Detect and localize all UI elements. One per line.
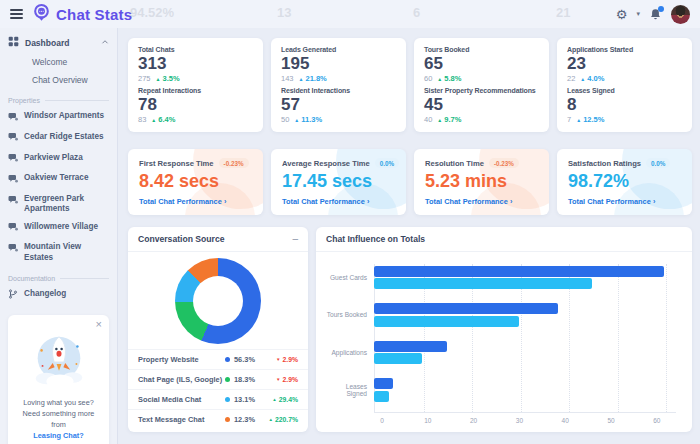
chevron-right-icon: › [510, 197, 512, 206]
sidebar-item-property[interactable]: Evergreen Park Apartments [8, 194, 109, 215]
user-avatar[interactable] [671, 5, 690, 24]
section-divider [60, 278, 109, 279]
bar-series-2[interactable] [374, 316, 519, 327]
trend-percent: 11.3% [301, 115, 322, 124]
kpi-card: First Response Time -0.23% 8.42 secs Tot… [128, 149, 263, 215]
legend-trend: ▲ 220.7% [262, 416, 298, 423]
legend-row[interactable]: Property Website 56.3% ▼ 2.9% [128, 349, 308, 369]
total-chat-performance-link[interactable]: Total Chat Performance › [425, 197, 538, 206]
bar-series-1[interactable] [374, 378, 393, 389]
legend-row[interactable]: Chat Page (ILS, Google) 18.3% ▼ 2.9% [128, 369, 308, 389]
notification-dot [658, 6, 664, 12]
sidebar: Dashboard Welcome Chat Overview Properti… [0, 28, 118, 444]
properties-list: Windsor Apartments Cedar Ridge Estates P… [8, 111, 109, 263]
legend-color-dot [225, 397, 230, 402]
brand-name: Chat Stats [56, 6, 132, 23]
sidebar-item-chat-overview[interactable]: Chat Overview [8, 75, 109, 85]
stat-block: Applications Started 23 22 ▲ 4.0% [567, 46, 682, 83]
chat-bubble-icon [8, 174, 18, 187]
legend-label: Chat Page (ILS, Google) [138, 375, 225, 384]
kpi-value: 98.72% [568, 171, 681, 192]
kpi-title: First Response Time [139, 159, 214, 168]
stat-title: Repeat Interactions [138, 87, 253, 94]
stat-trend: ▲ 12.5% [576, 115, 604, 124]
trend-arrow-icon: ▲ [156, 76, 161, 82]
legend-color-dot [225, 377, 230, 382]
bar-series-1[interactable] [374, 341, 447, 352]
kpi-card: Average Response Time 0.0% 17.45 secs To… [271, 149, 406, 215]
stat-title: Applications Started [567, 46, 682, 53]
bar-series-2[interactable] [374, 391, 389, 402]
sidebar-item-property[interactable]: Mountain View Estates [8, 242, 109, 263]
bar-series-2[interactable] [374, 353, 422, 364]
sidebar-item-label: Evergreen Park Apartments [24, 194, 109, 215]
section-divider [45, 100, 109, 101]
sidebar-item-dashboard[interactable]: Dashboard [8, 36, 109, 49]
sidebar-item-property[interactable]: Cedar Ridge Estates [8, 132, 109, 146]
legend-label: Social Media Chat [138, 395, 225, 404]
trend-arrow-icon: ▼ [276, 357, 280, 362]
sidebar-item-property[interactable]: Windsor Apartments [8, 111, 109, 125]
sidebar-section-documentation: Documentation [8, 275, 109, 282]
stat-title: Sister Property Recommendations [424, 87, 539, 94]
bar-series-1[interactable] [374, 303, 558, 314]
stat-card: Applications Started 23 22 ▲ 4.0% Leases… [557, 38, 692, 132]
trend-arrow-icon: ▲ [151, 117, 156, 123]
trend-arrow-icon: ▲ [576, 117, 581, 123]
bar-series-2[interactable] [374, 278, 592, 289]
kpi-card: Resolution Time -0.23% 5.23 mins Total C… [414, 149, 549, 215]
bar-category-label: Tours Booked [324, 311, 374, 318]
section-label: Documentation [8, 275, 55, 282]
sidebar-item-label: Cedar Ridge Estates [24, 132, 104, 142]
close-icon[interactable]: × [96, 318, 102, 330]
trend-percent: 220.7% [275, 416, 298, 423]
brand[interactable]: Chat Stats [32, 3, 132, 26]
total-chat-performance-link[interactable]: Total Chat Performance › [282, 197, 395, 206]
donut-chart[interactable] [175, 258, 261, 344]
sidebar-item-welcome[interactable]: Welcome [8, 57, 109, 67]
kpi-grid: First Response Time -0.23% 8.42 secs Tot… [128, 149, 692, 215]
stat-trend: ▲ 5.8% [437, 74, 461, 83]
stat-previous-value: 40 [424, 115, 432, 124]
stat-value: 313 [138, 54, 253, 74]
stat-block: Leads Generated 195 143 ▲ 21.8% [281, 46, 396, 83]
legend-row[interactable]: Social Media Chat 13.1% ▲ 29.4% [128, 389, 308, 409]
sidebar-section-properties: Properties [8, 97, 109, 104]
notifications-bell-icon[interactable] [649, 8, 662, 21]
legend-row[interactable]: Text Message Chat 12.3% ▲ 220.7% [128, 409, 308, 429]
total-chat-performance-link[interactable]: Total Chat Performance › [568, 197, 681, 206]
legend-color-dot [225, 357, 230, 362]
stat-previous-value: 275 [138, 74, 151, 83]
sidebar-item-label: Oakview Terrace [24, 173, 88, 183]
trend-percent: 4.0% [587, 74, 604, 83]
rocket-illustration [28, 331, 90, 393]
hamburger-menu-icon[interactable] [10, 7, 23, 21]
stat-value: 57 [281, 95, 396, 115]
chat-bubble-icon [8, 112, 18, 125]
bar-chart[interactable]: Guest Cards Tours Booked Applications Le… [316, 252, 692, 427]
stat-trend: ▲ 4.0% [580, 74, 604, 83]
total-chat-performance-link[interactable]: Total Chat Performance › [139, 197, 252, 206]
leasing-chat-link[interactable]: Leasing Chat? [33, 431, 83, 440]
sidebar-item-label: Mountain View Estates [24, 242, 109, 263]
legend-color-dot [225, 417, 230, 422]
settings-gear-icon[interactable]: ⚙ [616, 8, 628, 21]
legend-label: Property Website [138, 355, 225, 364]
stat-trend: ▲ 6.4% [151, 115, 175, 124]
sidebar-item-label: Changelog [24, 289, 66, 299]
dashboard-icon [8, 36, 19, 49]
sidebar-item-label: Dashboard [25, 38, 69, 48]
chat-bubble-icon [8, 153, 18, 166]
sidebar-item-changelog[interactable]: Changelog [8, 289, 109, 303]
bar-series-1[interactable] [374, 266, 664, 277]
sidebar-item-property[interactable]: Willowmere Village [8, 222, 109, 236]
trend-percent: 2.9% [283, 376, 299, 383]
minimize-icon[interactable]: – [292, 234, 298, 244]
panel-title: Chat Influence on Totals [326, 234, 425, 244]
settings-caret-icon[interactable]: ▾ [636, 10, 640, 18]
sidebar-item-property[interactable]: Parkview Plaza [8, 153, 109, 167]
chevron-right-icon: › [367, 197, 369, 206]
trend-percent: 21.8% [305, 74, 326, 83]
stat-card: Leads Generated 195 143 ▲ 21.8% Resident… [271, 38, 406, 132]
sidebar-item-property[interactable]: Oakview Terrace [8, 173, 109, 187]
